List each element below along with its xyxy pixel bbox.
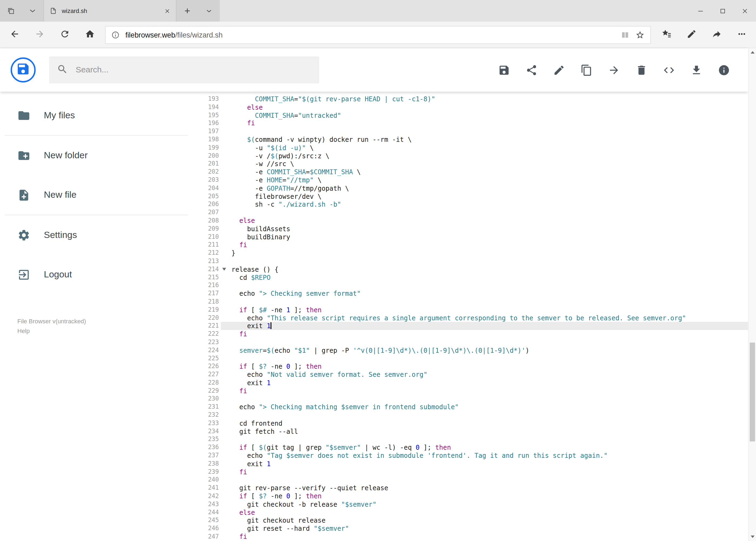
sidebar-item-new-file[interactable]: New file bbox=[0, 175, 193, 215]
line-number[interactable]: 233 bbox=[193, 419, 221, 427]
share-button[interactable] bbox=[518, 56, 546, 84]
download-button[interactable] bbox=[682, 56, 710, 84]
save-button[interactable] bbox=[490, 56, 518, 84]
browser-tab[interactable]: wizard.sh bbox=[44, 0, 176, 22]
line-number[interactable]: 227 bbox=[193, 370, 221, 379]
line-number[interactable]: 198 bbox=[193, 136, 221, 144]
line-number[interactable]: 213 bbox=[193, 257, 221, 265]
reading-view-icon[interactable] bbox=[621, 30, 630, 39]
scroll-up-button[interactable] bbox=[749, 49, 756, 56]
code-editor[interactable]: 193 COMMIT_SHA="$(git rev-parse HEAD | c… bbox=[193, 92, 748, 541]
new-tab-button[interactable] bbox=[176, 0, 198, 22]
hub-button[interactable] bbox=[654, 21, 679, 48]
minimize-button[interactable] bbox=[689, 0, 711, 22]
back-button[interactable] bbox=[2, 21, 27, 48]
raw-view-button[interactable] bbox=[655, 56, 683, 84]
line-number[interactable]: 244 bbox=[193, 508, 221, 516]
line-number[interactable]: 203 bbox=[193, 176, 221, 184]
set-aside-tabs-button[interactable] bbox=[0, 0, 22, 22]
line-number[interactable]: 225 bbox=[193, 354, 221, 362]
line-number[interactable]: 220 bbox=[193, 314, 221, 322]
vertical-scrollbar[interactable] bbox=[748, 48, 756, 541]
site-info-icon[interactable] bbox=[112, 31, 120, 39]
line-number[interactable]: 243 bbox=[193, 500, 221, 508]
line-number[interactable]: 204 bbox=[193, 184, 221, 192]
line-number[interactable]: 199 bbox=[193, 144, 221, 152]
line-number[interactable]: 208 bbox=[193, 217, 221, 225]
move-button[interactable] bbox=[600, 56, 628, 84]
line-number[interactable]: 197 bbox=[193, 128, 221, 136]
line-number[interactable]: 226 bbox=[193, 362, 221, 370]
line-number[interactable]: 236 bbox=[193, 443, 221, 452]
line-number[interactable]: 205 bbox=[193, 192, 221, 201]
web-note-button[interactable] bbox=[679, 21, 704, 48]
line-number[interactable]: 211 bbox=[193, 241, 221, 249]
share-page-button[interactable] bbox=[704, 21, 729, 48]
line-number[interactable]: 218 bbox=[193, 297, 221, 306]
refresh-button[interactable] bbox=[52, 21, 77, 48]
line-number[interactable]: 206 bbox=[193, 201, 221, 209]
address-bar[interactable]: filebrowser.web/files/wizard.sh bbox=[105, 26, 651, 44]
line-number[interactable]: 241 bbox=[193, 484, 221, 492]
favorite-star-icon[interactable] bbox=[635, 30, 644, 39]
line-number[interactable]: 238 bbox=[193, 460, 221, 468]
sidebar-item-my-files[interactable]: My files bbox=[0, 96, 193, 135]
line-number[interactable]: 224 bbox=[193, 346, 221, 354]
line-number[interactable]: 230 bbox=[193, 395, 221, 403]
line-number[interactable]: 207 bbox=[193, 209, 221, 217]
line-number[interactable]: 216 bbox=[193, 281, 221, 289]
fold-widget-icon[interactable] bbox=[222, 268, 226, 270]
line-number[interactable]: 222 bbox=[193, 330, 221, 338]
line-number[interactable]: 217 bbox=[193, 289, 221, 297]
line-number[interactable]: 239 bbox=[193, 468, 221, 476]
line-number[interactable]: 232 bbox=[193, 411, 221, 419]
scrollbar-thumb[interactable] bbox=[750, 342, 755, 441]
line-number[interactable]: 235 bbox=[193, 435, 221, 443]
scroll-down-button[interactable] bbox=[749, 533, 756, 540]
more-options-button[interactable] bbox=[729, 21, 754, 48]
sidebar-item-new-folder[interactable]: New folder bbox=[0, 136, 193, 175]
help-link[interactable]: Help bbox=[17, 326, 193, 336]
delete-button[interactable] bbox=[628, 56, 655, 84]
line-number[interactable]: 219 bbox=[193, 306, 221, 314]
line-number[interactable]: 195 bbox=[193, 111, 221, 119]
line-number[interactable]: 223 bbox=[193, 338, 221, 346]
line-number[interactable]: 202 bbox=[193, 168, 221, 176]
tab-list-dropdown-button[interactable] bbox=[198, 0, 220, 22]
url-text[interactable]: filebrowser.web/files/wizard.sh bbox=[125, 31, 615, 39]
line-number[interactable]: 247 bbox=[193, 533, 221, 541]
app-logo[interactable] bbox=[11, 58, 36, 83]
line-number[interactable]: 229 bbox=[193, 387, 221, 395]
tab-preview-button[interactable] bbox=[22, 0, 43, 22]
line-number[interactable]: 221 bbox=[193, 322, 221, 330]
line-number[interactable]: 214 bbox=[193, 265, 221, 273]
sidebar-item-logout[interactable]: Logout bbox=[0, 255, 193, 294]
line-number[interactable]: 209 bbox=[193, 225, 221, 233]
sidebar-item-settings[interactable]: Settings bbox=[0, 215, 193, 255]
line-number[interactable]: 231 bbox=[193, 403, 221, 411]
line-number[interactable]: 237 bbox=[193, 452, 221, 460]
copy-button[interactable] bbox=[573, 56, 600, 84]
line-number[interactable]: 242 bbox=[193, 492, 221, 500]
maximize-button[interactable] bbox=[712, 0, 734, 22]
line-number[interactable]: 196 bbox=[193, 119, 221, 128]
line-number[interactable]: 201 bbox=[193, 160, 221, 168]
forward-button[interactable] bbox=[27, 21, 52, 48]
line-number[interactable]: 234 bbox=[193, 427, 221, 435]
home-button[interactable] bbox=[77, 21, 102, 48]
line-number[interactable]: 194 bbox=[193, 103, 221, 111]
line-number[interactable]: 246 bbox=[193, 525, 221, 533]
info-button[interactable] bbox=[710, 56, 738, 84]
line-number[interactable]: 228 bbox=[193, 379, 221, 387]
rename-button[interactable] bbox=[545, 56, 573, 84]
tab-close-icon[interactable] bbox=[164, 8, 170, 14]
line-number[interactable]: 212 bbox=[193, 249, 221, 257]
line-number[interactable]: 240 bbox=[193, 476, 221, 484]
line-number[interactable]: 245 bbox=[193, 516, 221, 525]
close-button[interactable] bbox=[734, 0, 756, 22]
line-number[interactable]: 215 bbox=[193, 273, 221, 281]
search-input[interactable]: Search... bbox=[49, 56, 319, 84]
line-number[interactable]: 210 bbox=[193, 233, 221, 241]
line-number[interactable]: 200 bbox=[193, 152, 221, 160]
line-number[interactable]: 193 bbox=[193, 95, 221, 103]
